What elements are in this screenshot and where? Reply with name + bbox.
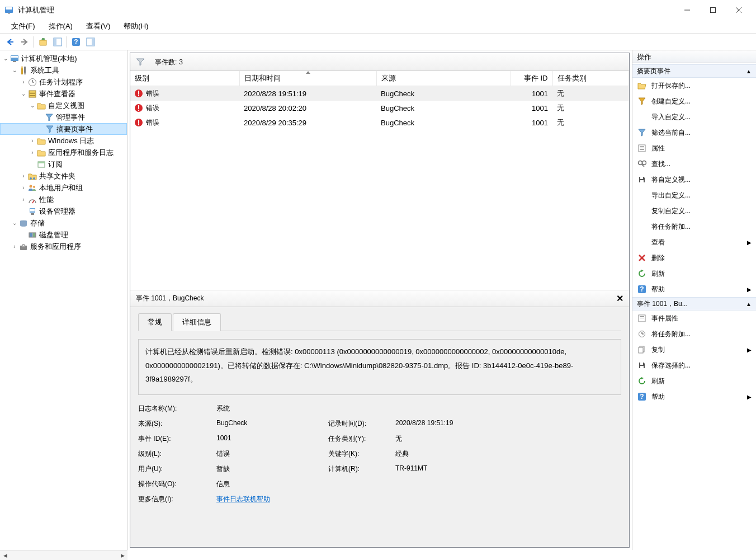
tab-general[interactable]: 常规: [138, 313, 172, 331]
tree-event-viewer[interactable]: ⌄ 事件查看器: [0, 88, 127, 100]
action-help2[interactable]: ?帮助▶: [632, 389, 756, 404]
refresh-icon: [637, 377, 647, 385]
table-row[interactable]: 错误 2020/8/28 19:51:19 BugCheck 1001 无: [130, 86, 629, 101]
action-help[interactable]: ?帮助▶: [632, 281, 756, 297]
show-hide-tree-button[interactable]: [51, 35, 64, 49]
tree-subscriptions[interactable]: 订阅: [0, 158, 127, 170]
action-save-custom[interactable]: 将自定义视...: [632, 172, 756, 187]
svg-text:?: ?: [74, 38, 78, 46]
forward-button[interactable]: [18, 35, 31, 49]
col-datetime[interactable]: 日期和时间: [239, 71, 376, 86]
svg-rect-54: [640, 180, 644, 182]
expand-icon[interactable]: ›: [19, 196, 28, 203]
menu-view[interactable]: 查看(V): [79, 20, 117, 33]
collapse-icon: ▲: [746, 68, 752, 74]
table-header-row: 级别 日期和时间 来源 事件 ID 任务类别: [130, 71, 629, 86]
tree-services-apps[interactable]: › 服务和应用程序: [0, 241, 127, 252]
source-value: BugCheck: [216, 419, 328, 429]
col-source[interactable]: 来源: [376, 71, 511, 86]
tree-performance[interactable]: › 性能: [0, 194, 127, 205]
more-info-link[interactable]: 事件日志联机帮助: [216, 495, 270, 503]
action-refresh[interactable]: 刷新: [632, 266, 756, 281]
collapse-icon[interactable]: ⌄: [10, 220, 19, 226]
action-export-custom[interactable]: 导出自定义...: [632, 187, 756, 203]
menu-file[interactable]: 文件(F): [4, 20, 42, 33]
expand-icon[interactable]: ›: [19, 173, 28, 179]
chevron-right-icon: ▶: [747, 394, 752, 400]
table-row[interactable]: 错误 2020/8/28 20:02:20 BugCheck 1001 无: [130, 101, 629, 115]
tree-app-services-logs[interactable]: › 应用程序和服务日志: [0, 147, 127, 158]
expand-icon[interactable]: ›: [19, 79, 28, 85]
col-task[interactable]: 任务类别: [552, 71, 629, 86]
tab-details[interactable]: 详细信息: [173, 313, 221, 331]
svg-point-31: [30, 177, 32, 180]
action-copy[interactable]: 复制▶: [632, 342, 756, 357]
tree-admin-events[interactable]: 管理事件: [0, 111, 127, 123]
tree-windows-logs[interactable]: › Windows 日志: [0, 135, 127, 147]
event-grid[interactable]: 级别 日期和时间 来源 事件 ID 任务类别 错误 2020/8/28 19:5…: [130, 71, 629, 290]
back-button[interactable]: [3, 35, 17, 49]
scroll-left-icon[interactable]: ◀: [0, 550, 10, 560]
expand-icon[interactable]: ›: [10, 243, 19, 250]
actions-section2-header[interactable]: 事件 1001，Bu...▲: [632, 297, 756, 310]
detail-panel: 事件 1001，BugCheck ✕ 常规 详细信息 计算机已经从检测错误后重新…: [130, 290, 629, 547]
col-level[interactable]: 级别: [130, 71, 239, 86]
expand-icon[interactable]: ›: [28, 149, 37, 156]
tree-custom-views[interactable]: ⌄ 自定义视图: [0, 100, 127, 111]
collapse-icon[interactable]: ⌄: [10, 67, 19, 73]
action-find[interactable]: 查找...: [632, 156, 756, 172]
action-event-props[interactable]: 事件属性: [632, 310, 756, 326]
maximize-button[interactable]: [700, 2, 726, 18]
show-hide-action-button[interactable]: [84, 35, 97, 49]
tree-local-users[interactable]: › 本地用户和组: [0, 182, 127, 194]
tree-task-scheduler[interactable]: › 任务计划程序: [0, 76, 127, 88]
scroll-right-icon[interactable]: ▶: [117, 550, 127, 560]
close-detail-button[interactable]: ✕: [616, 293, 623, 304]
svg-rect-10: [54, 38, 56, 46]
table-row[interactable]: 错误 2020/8/29 20:35:29 BugCheck 1001 无: [130, 115, 629, 130]
task-cat-value: 无: [395, 434, 621, 444]
up-button[interactable]: [36, 35, 50, 49]
help-button[interactable]: ?: [69, 35, 83, 49]
action-attach-task2[interactable]: 将任务附加...: [632, 326, 756, 342]
event-id-value: 1001: [216, 434, 328, 444]
collapse-icon[interactable]: ⌄: [19, 91, 28, 97]
action-properties[interactable]: 属性: [632, 140, 756, 156]
actions-section1-header[interactable]: 摘要页事件▲: [632, 64, 756, 78]
task-cat-label: 任务类别(Y):: [328, 434, 395, 444]
action-attach-task[interactable]: 将任务附加...: [632, 219, 756, 234]
tree-disk-management[interactable]: 磁盘管理: [0, 229, 127, 241]
tree-shared-folders[interactable]: › 共享文件夹: [0, 170, 127, 182]
minimize-button[interactable]: [674, 2, 700, 18]
menu-help[interactable]: 帮助(H): [117, 20, 155, 33]
expand-icon[interactable]: ›: [28, 138, 37, 144]
action-import-custom[interactable]: 导入自定义...: [632, 109, 756, 125]
action-copy-custom[interactable]: 复制自定义...: [632, 203, 756, 219]
menu-action[interactable]: 操作(A): [42, 20, 79, 33]
tree-system-tools[interactable]: ⌄ 系统工具: [0, 64, 127, 76]
center-panel: 事件数: 3 级别 日期和时间 来源 事件 ID 任务类别 错误 2020/8: [127, 50, 632, 550]
action-create-custom[interactable]: 创建自定义...: [632, 93, 756, 109]
action-refresh2[interactable]: 刷新: [632, 373, 756, 389]
collapse-icon[interactable]: ⌄: [28, 102, 37, 109]
collapse-icon[interactable]: ⌄: [1, 55, 10, 62]
tree-storage[interactable]: ⌄ 存储: [0, 217, 127, 229]
tree-hscroll[interactable]: ◀ ▶: [0, 550, 127, 560]
keywords-value: 经典: [395, 449, 621, 459]
tree-root[interactable]: ⌄ 计算机管理(本地): [0, 53, 127, 64]
svg-text:?: ?: [640, 285, 644, 293]
action-view[interactable]: 查看▶: [632, 234, 756, 250]
actions-title: 操作: [632, 50, 756, 63]
col-event-id[interactable]: 事件 ID: [511, 71, 552, 86]
close-button[interactable]: [726, 2, 752, 18]
action-open-saved[interactable]: 打开保存的...: [632, 78, 756, 93]
expand-icon[interactable]: ›: [19, 185, 28, 191]
action-save-selected[interactable]: 保存选择的...: [632, 357, 756, 373]
action-delete[interactable]: 删除: [632, 250, 756, 266]
tree-summary-events[interactable]: 摘要页事件: [0, 123, 127, 135]
opcode-label: 操作代码(O):: [138, 479, 216, 489]
opcode-value: 信息: [216, 479, 621, 489]
action-filter-current[interactable]: 筛选当前自...: [632, 125, 756, 140]
tree-device-manager[interactable]: 设备管理器: [0, 205, 127, 217]
svg-point-45: [23, 245, 24, 246]
